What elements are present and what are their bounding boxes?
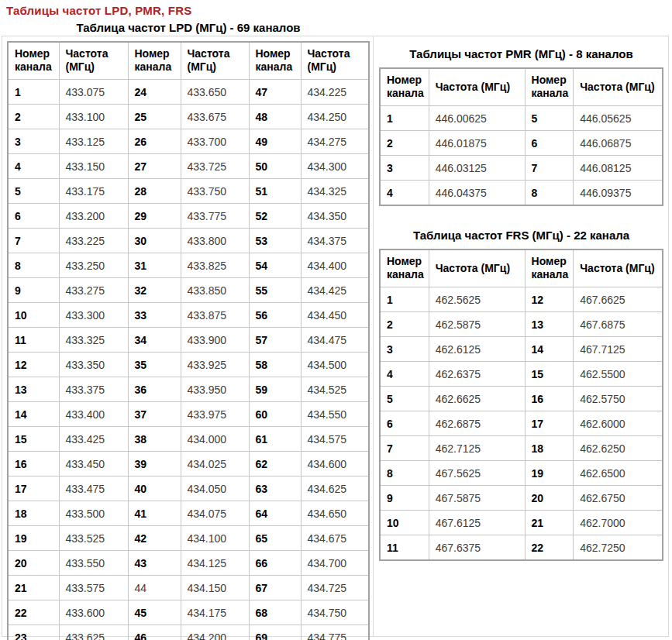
frequency-cell: 433.800 [181, 229, 249, 253]
frequency-cell: 462.5750 [574, 387, 663, 411]
channel-cell: 31 [128, 253, 181, 278]
channel-cell: 35 [128, 353, 181, 377]
frequency-cell: 433.900 [181, 328, 249, 353]
table-row: 2446.018756446.06875 [380, 131, 663, 156]
frequency-cell: 433.625 [59, 625, 128, 640]
channel-cell: 17 [525, 411, 574, 436]
frequency-cell: 462.7125 [429, 436, 525, 461]
frequency-cell: 434.475 [301, 328, 369, 353]
channel-cell: 6 [525, 131, 574, 156]
frequency-cell: 433.225 [59, 229, 128, 253]
channel-cell: 40 [128, 477, 181, 501]
channel-cell: 20 [525, 486, 574, 511]
table-row: 17433.47540434.05063434.625 [8, 477, 369, 501]
frequency-column-header: Частота (МГц) [429, 249, 525, 287]
channel-column-header: Номер канала [249, 42, 301, 80]
table-row: 23433.62546434.20069434.775 [8, 625, 369, 640]
frequency-cell: 433.500 [59, 501, 128, 526]
frequency-cell: 433.825 [181, 253, 249, 278]
channel-cell: 68 [249, 600, 301, 625]
frequency-cell: 462.7250 [574, 535, 663, 561]
table-row: 13433.37536433.95059434.525 [8, 377, 369, 402]
channel-cell: 23 [8, 625, 59, 640]
frequency-cell: 433.700 [181, 129, 249, 154]
header-row: Номер каналаЧастота (МГц)Номер каналаЧас… [380, 249, 663, 287]
table-row: 7433.22530433.80053434.375 [8, 229, 369, 253]
channel-cell: 4 [380, 181, 429, 206]
frequency-cell: 434.300 [301, 154, 369, 179]
frequency-cell: 434.275 [301, 129, 369, 154]
lpd-table: Номер каналаЧастота (МГц)Номер каналаЧас… [7, 41, 370, 640]
table-row: 5462.662516462.5750 [380, 387, 663, 411]
frequency-cell: 462.6875 [429, 411, 525, 436]
table-row: 4446.043758446.09375 [380, 181, 663, 206]
channel-cell: 9 [380, 486, 429, 511]
frequency-cell: 462.5625 [429, 287, 525, 312]
lpd-table-caption: Таблица частот LPD (МГц) - 69 каналов [6, 21, 370, 34]
frequency-cell: 434.350 [301, 204, 369, 229]
channel-cell: 50 [249, 154, 301, 179]
channel-cell: 18 [525, 436, 574, 461]
frequency-cell: 433.750 [181, 179, 249, 204]
channel-cell: 52 [249, 204, 301, 229]
table-row: 4462.637515462.5500 [380, 362, 663, 387]
frequency-cell: 433.600 [59, 600, 128, 625]
channel-cell: 44 [128, 576, 181, 600]
table-row: 3462.612514467.7125 [380, 337, 663, 362]
frequency-cell: 433.175 [59, 179, 128, 204]
frequency-cell: 434.400 [301, 253, 369, 278]
table-row: 16433.45039434.02562434.600 [8, 452, 369, 477]
table-row: 15433.42538434.00061434.575 [8, 427, 369, 452]
channel-cell: 30 [128, 229, 181, 253]
channel-cell: 12 [525, 287, 574, 312]
table-row: 7462.712518462.6250 [380, 436, 663, 461]
channel-cell: 58 [249, 353, 301, 377]
channel-cell: 4 [8, 154, 59, 179]
frequency-cell: 434.025 [181, 452, 249, 477]
frequency-column-header: Частота (МГц) [574, 249, 663, 287]
table-row: 1462.562512467.6625 [380, 287, 663, 312]
frequency-cell: 446.08125 [574, 156, 663, 181]
channel-cell: 1 [380, 106, 429, 131]
channel-cell: 28 [128, 179, 181, 204]
frequency-cell: 434.625 [301, 477, 369, 501]
channel-cell: 11 [380, 535, 429, 561]
frequency-cell: 467.6625 [574, 287, 663, 312]
channel-cell: 37 [128, 402, 181, 427]
frequency-cell: 433.650 [181, 80, 249, 105]
frequency-cell: 434.075 [181, 501, 249, 526]
frequency-cell: 434.650 [301, 501, 369, 526]
frequency-cell: 434.550 [301, 402, 369, 427]
page-title: Таблицы частот LPD, PMR, FRS [6, 4, 191, 17]
frequency-cell: 434.500 [301, 353, 369, 377]
frequency-cell: 462.6500 [574, 461, 663, 486]
frequency-cell: 462.6125 [429, 337, 525, 362]
pmr-table-caption: Таблицы частот PMR (МГц) - 8 каналов [379, 47, 663, 60]
channel-cell: 46 [128, 625, 181, 640]
frequency-cell: 446.06875 [574, 131, 663, 156]
table-row: 1433.07524433.65047434.225 [8, 80, 369, 105]
channel-cell: 8 [525, 181, 574, 206]
channel-cell: 5 [8, 179, 59, 204]
channel-column-header: Номер канала [380, 68, 429, 106]
table-row: 3433.12526433.70049434.275 [8, 129, 369, 154]
channel-cell: 18 [8, 501, 59, 526]
frequency-cell: 467.6875 [574, 312, 663, 337]
frequency-cell: 434.225 [301, 80, 369, 105]
frequency-cell: 462.6750 [574, 486, 663, 511]
channel-cell: 65 [249, 526, 301, 551]
frequency-cell: 433.350 [59, 353, 128, 377]
frequency-cell: 434.425 [301, 278, 369, 303]
frequency-cell: 434.125 [181, 551, 249, 576]
frequency-cell: 433.575 [59, 576, 128, 600]
channel-cell: 45 [128, 600, 181, 625]
frequency-cell: 433.450 [59, 452, 128, 477]
channel-cell: 42 [128, 526, 181, 551]
frequency-cell: 434.325 [301, 179, 369, 204]
channel-column-header: Номер канала [128, 42, 181, 80]
pmr-frs-section: Таблицы частот PMR (МГц) - 8 каналов Ном… [374, 36, 668, 636]
table-row: 10433.30033433.87556434.450 [8, 303, 369, 328]
channel-cell: 19 [8, 526, 59, 551]
frequency-cell: 434.600 [301, 452, 369, 477]
channel-cell: 5 [525, 106, 574, 131]
